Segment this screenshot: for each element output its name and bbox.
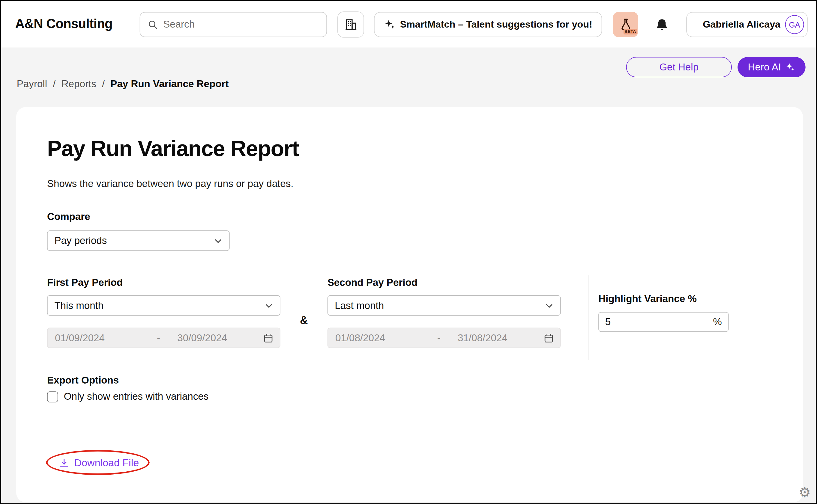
chevron-down-icon — [544, 300, 554, 311]
hero-ai-button[interactable]: Hero AI — [738, 57, 806, 77]
breadcrumb-reports[interactable]: Reports — [61, 79, 96, 90]
only-variances-checkbox[interactable] — [47, 391, 58, 402]
first-period-start-date: 01/09/2024 — [55, 332, 153, 343]
download-icon — [58, 457, 70, 468]
first-period-date-range[interactable]: 01/09/2024 - 30/09/2024 — [47, 328, 281, 348]
search-icon — [147, 19, 158, 30]
viewport-scale: A&N Consulting SmartMatch – Talent sugge… — [0, 0, 817, 504]
second-period-label: Second Pay Period — [328, 277, 417, 288]
first-period-select[interactable]: This month — [47, 295, 281, 316]
breadcrumb-separator: / — [53, 79, 55, 90]
first-period-label: First Pay Period — [47, 277, 123, 288]
second-period-selected-value: Last month — [335, 300, 384, 311]
chevron-down-icon — [264, 300, 274, 311]
second-period-select[interactable]: Last month — [328, 295, 561, 316]
calendar-icon[interactable] — [543, 333, 554, 343]
download-file-button[interactable]: Download File — [58, 455, 139, 470]
calendar-icon[interactable] — [263, 333, 274, 343]
joiner-ampersand: & — [297, 314, 311, 327]
report-card: Pay Run Variance Report Shows the varian… — [16, 107, 803, 502]
only-variances-label: Only show entries with variances — [64, 391, 209, 402]
download-label: Download File — [74, 456, 139, 468]
notifications-button[interactable] — [648, 12, 676, 37]
chevron-down-icon — [213, 236, 224, 246]
smartmatch-label: SmartMatch – Talent suggestions for you! — [400, 19, 592, 30]
sparkle-icon — [384, 19, 395, 30]
gear-icon: ⚙ — [799, 485, 811, 500]
avatar: GA — [785, 15, 804, 34]
page-description: Shows the variance between two pay runs … — [47, 178, 294, 190]
sparkle-icon — [785, 62, 795, 72]
get-help-button[interactable]: Get Help — [626, 57, 732, 77]
smartmatch-button[interactable]: SmartMatch – Talent suggestions for you! — [374, 12, 602, 37]
topbar: A&N Consulting SmartMatch – Talent sugge… — [1, 1, 816, 48]
search-input[interactable] — [163, 19, 319, 30]
beta-labs-button[interactable]: BETA — [613, 12, 638, 37]
second-period-end-date: 31/08/2024 — [458, 332, 507, 343]
user-name: Gabriella Alicaya — [703, 19, 780, 30]
only-variances-row: Only show entries with variances — [47, 391, 209, 402]
second-period-start-date: 01/08/2024 — [335, 332, 434, 343]
bell-icon — [655, 17, 669, 31]
highlight-variance-input[interactable] — [605, 316, 713, 328]
user-menu[interactable]: Gabriella Alicaya GA — [686, 12, 808, 37]
company-switcher-button[interactable] — [337, 11, 364, 37]
compare-label: Compare — [47, 211, 90, 223]
breadcrumb-separator: / — [102, 79, 105, 90]
export-options-label: Export Options — [47, 375, 119, 386]
compare-select[interactable]: Pay periods — [47, 230, 230, 251]
date-range-separator: - — [434, 332, 444, 343]
percent-suffix: % — [713, 316, 722, 328]
first-period-end-date: 30/09/2024 — [177, 332, 227, 343]
hero-ai-label: Hero AI — [748, 61, 781, 73]
breadcrumb: Payroll / Reports / Pay Run Variance Rep… — [17, 79, 229, 90]
compare-selected-value: Pay periods — [54, 235, 107, 246]
highlight-variance-field: % — [598, 312, 729, 332]
beta-badge: BETA — [624, 29, 637, 34]
first-period-selected-value: This month — [54, 300, 103, 311]
date-range-separator: - — [153, 332, 164, 343]
building-icon — [344, 18, 358, 31]
global-search — [140, 12, 327, 37]
second-period-date-range[interactable]: 01/08/2024 - 31/08/2024 — [328, 328, 561, 348]
app-window: A&N Consulting SmartMatch – Talent sugge… — [0, 0, 817, 504]
breadcrumb-current: Pay Run Variance Report — [110, 79, 229, 90]
vertical-divider — [588, 275, 588, 360]
page-title: Pay Run Variance Report — [47, 136, 299, 162]
brand-logo[interactable]: A&N Consulting — [15, 16, 112, 31]
settings-gear-button[interactable]: ⚙ — [799, 485, 811, 499]
highlight-variance-label: Highlight Variance % — [598, 293, 697, 304]
breadcrumb-payroll[interactable]: Payroll — [17, 79, 47, 90]
